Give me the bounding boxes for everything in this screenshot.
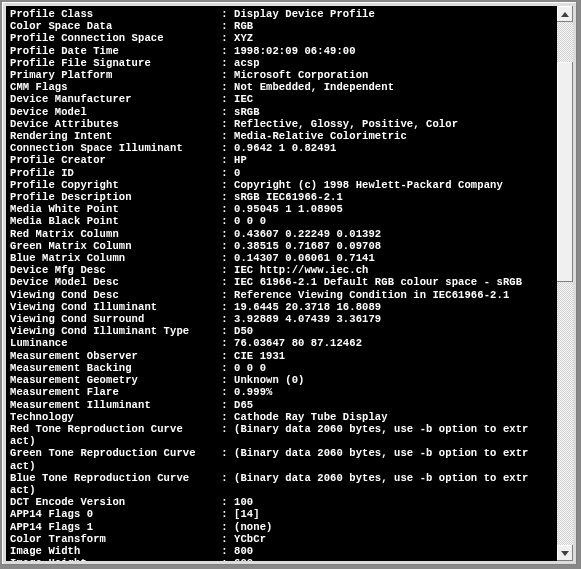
- scrollbar-up-button[interactable]: [557, 6, 573, 22]
- chevron-down-icon: [561, 551, 569, 556]
- scrollbar-thumb[interactable]: [557, 62, 573, 282]
- terminal-output: Profile Class : Display Device Profile C…: [6, 6, 557, 561]
- vertical-scrollbar[interactable]: [557, 6, 573, 561]
- terminal-client: Profile Class : Display Device Profile C…: [6, 6, 557, 561]
- scrollbar-track[interactable]: [557, 22, 573, 545]
- chevron-up-icon: [561, 12, 569, 17]
- window-frame: Profile Class : Display Device Profile C…: [2, 2, 577, 565]
- scrollbar-down-button[interactable]: [557, 545, 573, 561]
